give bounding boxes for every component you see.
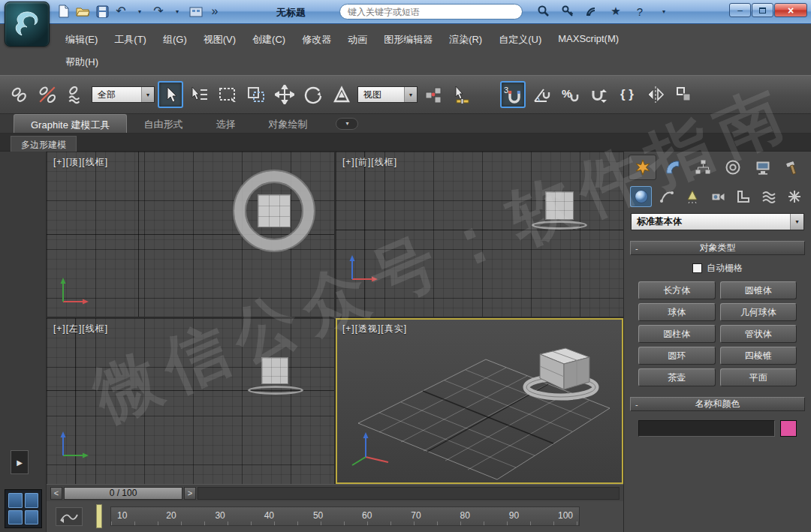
menu-rendering[interactable]: 渲染(R) — [441, 30, 490, 50]
torus-button[interactable]: 圆环 — [638, 347, 716, 365]
viewport-top-label[interactable]: [+][顶][线框] — [53, 156, 108, 169]
maximize-button[interactable] — [752, 3, 773, 17]
object-color-swatch[interactable] — [780, 420, 797, 437]
new-scene-button[interactable] — [56, 2, 72, 20]
undo-button[interactable]: ↶ — [113, 2, 129, 20]
current-frame-marker[interactable] — [96, 504, 102, 528]
next-frame-button[interactable]: > — [184, 487, 196, 500]
viewport-perspective-active[interactable]: [+][透视][真实] — [336, 318, 623, 484]
communication-center-icon[interactable] — [583, 3, 601, 20]
time-slider-track[interactable] — [197, 487, 620, 500]
align-icon[interactable] — [671, 81, 697, 108]
rectangular-selection-region-icon[interactable] — [215, 81, 240, 108]
category-helpers[interactable] — [732, 186, 754, 207]
layout-cell[interactable] — [8, 510, 23, 525]
undo-dropdown[interactable]: ▾ — [131, 2, 148, 20]
category-spacewarps[interactable] — [758, 186, 779, 207]
application-menu-button[interactable] — [5, 2, 50, 47]
tab-modify[interactable] — [659, 155, 686, 180]
selection-filter-dropdown[interactable]: 全部 ▾ — [92, 86, 155, 103]
tab-utilities[interactable] — [779, 155, 806, 180]
geosphere-button[interactable]: 几何球体 — [720, 303, 797, 321]
object-name-input[interactable] — [638, 420, 775, 437]
menu-maxscript[interactable]: MAXScript(M) — [550, 30, 627, 50]
autogrid-checkbox[interactable] — [692, 263, 702, 273]
close-button[interactable]: × — [774, 3, 807, 17]
ribbon-tab-object-paint[interactable]: 对象绘制 — [252, 114, 324, 133]
spinner-snap-toggle-icon[interactable] — [586, 81, 611, 108]
edit-named-selection-sets-icon[interactable]: { } — [614, 81, 640, 108]
category-shapes[interactable] — [656, 186, 677, 207]
previous-frame-button[interactable]: < — [50, 487, 62, 500]
category-systems[interactable] — [783, 186, 805, 207]
plane-button[interactable]: 平面 — [720, 368, 797, 386]
cylinder-button[interactable]: 圆柱体 — [638, 325, 716, 343]
menu-animation[interactable]: 动画 — [339, 30, 375, 50]
pyramid-button[interactable]: 四棱锥 — [720, 347, 797, 365]
select-and-move-icon[interactable] — [272, 81, 297, 108]
toolbar-overflow-button[interactable]: » — [207, 2, 223, 20]
tab-hierarchy[interactable] — [689, 155, 716, 180]
viewport-layout-tabs[interactable] — [5, 489, 42, 528]
percent-snap-toggle-icon[interactable]: % — [557, 81, 583, 108]
time-slider-handle[interactable]: 0 / 100 — [64, 487, 182, 500]
select-and-rotate-icon[interactable] — [300, 81, 326, 108]
select-object-button[interactable] — [158, 81, 183, 108]
ribbon-tab-selection[interactable]: 选择 — [199, 114, 252, 133]
subscription-key-icon[interactable] — [559, 3, 577, 20]
unlink-selection-icon[interactable] — [35, 81, 60, 108]
ribbon-tab-freeform[interactable]: 自由形式 — [127, 114, 199, 133]
menu-graph-editors[interactable]: 图形编辑器 — [375, 30, 441, 50]
track-bar-ruler[interactable]: 10 20 30 40 50 60 70 80 90 100 — [110, 506, 580, 526]
primitive-category-dropdown[interactable]: 标准基本体 ▾ — [631, 213, 804, 230]
layout-cell[interactable] — [25, 493, 39, 508]
ribbon-tab-graphite[interactable]: Graphite 建模工具 — [14, 114, 127, 133]
name-color-rollout-header[interactable]: - 名称和颜色 — [630, 397, 805, 411]
category-geometry[interactable] — [630, 186, 652, 207]
use-pivot-center-icon[interactable] — [421, 81, 446, 108]
snaps-toggle-3d-button[interactable]: 3 — [500, 81, 526, 108]
tab-motion[interactable] — [719, 155, 746, 180]
bind-to-spacewarp-icon[interactable] — [63, 81, 89, 108]
help-dropdown[interactable]: ▾ — [655, 3, 673, 20]
teapot-button[interactable]: 茶壶 — [638, 368, 716, 386]
box-button[interactable]: 长方体 — [638, 281, 716, 299]
menu-create[interactable]: 创建(C) — [244, 30, 294, 50]
menu-edit[interactable]: 编辑(E) — [57, 30, 106, 50]
menu-customize[interactable]: 自定义(U) — [490, 30, 550, 50]
layout-cell[interactable] — [25, 510, 39, 525]
open-file-button[interactable] — [74, 2, 92, 20]
cone-button[interactable]: 圆锥体 — [720, 281, 797, 299]
select-and-scale-icon[interactable] — [329, 81, 354, 108]
angle-snap-toggle-icon[interactable] — [529, 81, 554, 108]
select-by-name-icon[interactable] — [186, 81, 212, 108]
layout-cell[interactable] — [8, 493, 23, 508]
tab-create[interactable] — [629, 155, 656, 180]
redo-dropdown[interactable]: ▾ — [169, 2, 185, 20]
select-and-link-icon[interactable] — [6, 81, 32, 108]
viewport-top[interactable]: [+][顶][线框] — [47, 152, 334, 317]
search-input[interactable] — [348, 7, 514, 17]
mirror-icon[interactable] — [643, 81, 668, 108]
menu-views[interactable]: 视图(V) — [195, 30, 244, 50]
ribbon-minimize-button[interactable]: ▾ — [336, 118, 358, 130]
sphere-button[interactable]: 球体 — [638, 303, 716, 321]
object-type-rollout-header[interactable]: - 对象类型 — [630, 241, 805, 255]
menu-modifiers[interactable]: 修改器 — [294, 30, 339, 50]
dock-flyout-button[interactable]: ▶ — [11, 450, 29, 474]
window-crossing-toggle-icon[interactable] — [243, 81, 269, 108]
viewport-left-label[interactable]: [+][左][线框] — [53, 323, 108, 335]
select-and-manipulate-icon[interactable] — [449, 81, 475, 108]
help-button[interactable]: ? — [631, 3, 649, 20]
save-file-button[interactable] — [94, 2, 110, 20]
menu-tools[interactable]: 工具(T) — [106, 30, 155, 50]
menu-help[interactable]: 帮助(H) — [57, 53, 107, 72]
redo-button[interactable]: ↷ — [150, 2, 167, 20]
viewport-front[interactable]: [+][前][线框] — [336, 152, 623, 317]
menu-group[interactable]: 组(G) — [155, 30, 195, 50]
mini-curve-editor-button[interactable] — [56, 507, 83, 526]
minimize-button[interactable]: – — [729, 3, 751, 17]
search-go-button[interactable] — [535, 3, 553, 20]
project-folder-button[interactable] — [188, 2, 204, 20]
reference-coordinate-dropdown[interactable]: 视图 ▾ — [357, 86, 418, 103]
